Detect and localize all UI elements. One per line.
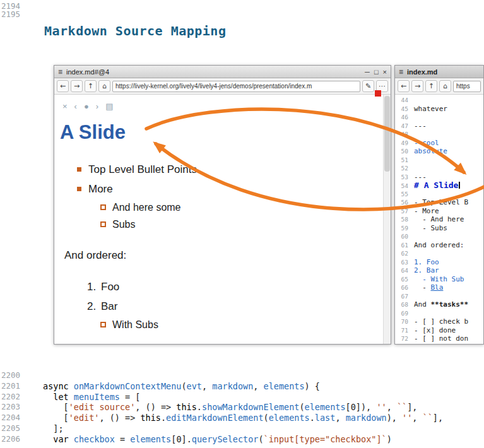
print-icon[interactable]: ▤ xyxy=(105,102,113,111)
source-line[interactable]: 45whatever xyxy=(395,105,483,114)
prev-slide-icon[interactable]: ‹ xyxy=(74,102,77,111)
source-text: And ordered: xyxy=(414,241,464,249)
source-text: And **tasks** xyxy=(414,300,468,309)
source-text: whatever xyxy=(414,105,447,113)
source-line[interactable]: 68And **tasks** xyxy=(395,300,483,309)
code-line[interactable]: 2206 var checkbox = elements[0].querySel… xyxy=(0,434,484,445)
sub-bullet-item: With Subs xyxy=(87,316,377,333)
token: --- xyxy=(414,173,427,181)
rendered-slide: A Slide Top Level Bullet PointsMoreAnd h… xyxy=(54,112,391,333)
source-line[interactable]: 56- Top Level B xyxy=(395,198,483,207)
token: `` xyxy=(423,413,433,423)
maximize-button[interactable]: □ xyxy=(374,68,379,76)
token: this xyxy=(140,413,161,423)
line-number: 53 xyxy=(395,173,408,182)
code-line[interactable]: 2202 let menuItems = [ xyxy=(0,392,484,403)
edit-pencil-button[interactable]: ✎ xyxy=(362,80,374,92)
source-line[interactable]: 631. Foo xyxy=(395,258,483,267)
source-line[interactable]: 58 - And here xyxy=(395,215,483,224)
close-button[interactable]: × xyxy=(383,68,387,76)
source-line[interactable]: 51 xyxy=(395,156,483,165)
back-button[interactable]: ← xyxy=(398,80,410,92)
up-button[interactable]: ↑ xyxy=(85,80,97,92)
source-line[interactable]: 71- [x] done xyxy=(395,326,483,335)
scrollbar[interactable] xyxy=(383,95,391,344)
code-line[interactable]: 2204 ['edit', () => this.editMarkdownEle… xyxy=(0,413,484,423)
source-line[interactable]: 54# A Slide xyxy=(395,181,483,190)
source-line[interactable]: 59 - Subs xyxy=(395,224,483,233)
token: evt xyxy=(187,381,202,391)
source-line[interactable]: 66 - Bla xyxy=(395,283,483,292)
hamburger-icon[interactable]: ≡ xyxy=(58,68,62,76)
code-text: ['edit', () => this.editMarkdownElement(… xyxy=(43,413,443,423)
forward-button[interactable]: → xyxy=(411,80,423,92)
window-title: index.md#@4 xyxy=(66,68,361,76)
ordered-item: 2.Bar xyxy=(87,297,377,316)
source-line[interactable]: 53--- xyxy=(395,173,483,182)
line-number: 2203 xyxy=(0,402,24,413)
token: '' xyxy=(402,413,412,423)
token: --- xyxy=(414,122,427,130)
token: **tasks** xyxy=(431,300,469,309)
home-button[interactable]: ⌂ xyxy=(98,80,110,92)
token: - [ ] not don xyxy=(414,334,468,343)
source-line[interactable]: 69 xyxy=(395,309,483,318)
url-input[interactable] xyxy=(112,81,360,92)
minimize-button[interactable]: ─ xyxy=(365,68,370,76)
source-line[interactable]: 55 xyxy=(395,190,483,199)
window-titlebar: ≡ index.md xyxy=(395,66,483,78)
source-line[interactable]: 642. Bar xyxy=(395,266,483,275)
token: async xyxy=(43,381,69,391)
record-icon[interactable]: ● xyxy=(84,102,89,111)
source-line[interactable]: 44 xyxy=(395,96,483,105)
source-line[interactable]: 60 xyxy=(395,232,483,241)
forward-button[interactable]: → xyxy=(71,80,83,92)
source-line[interactable]: 47--- xyxy=(395,122,483,131)
token: , xyxy=(202,381,212,391)
source-text: - Bla xyxy=(414,283,443,292)
source-line[interactable]: 52 xyxy=(395,164,483,173)
source-line[interactable]: 48 xyxy=(395,130,483,139)
scrollbar-thumb[interactable] xyxy=(384,96,390,172)
source-line[interactable]: 49- cool xyxy=(395,139,483,148)
token: ( xyxy=(181,381,186,391)
source-line[interactable]: 70- [ ] check b xyxy=(395,317,483,326)
source-text: - cool xyxy=(414,139,439,147)
line-number: 64 xyxy=(395,266,408,275)
line-number: 55 xyxy=(395,190,408,199)
token: - xyxy=(414,283,431,292)
code-editor[interactable]: 22002201async onMarkdownContextMenu(evt,… xyxy=(0,370,484,445)
sub-bullet-item: And here some xyxy=(77,199,377,216)
hamburger-icon[interactable]: ≡ xyxy=(399,68,403,76)
code-line[interactable]: 2203 ['edit source', () => this.showMark… xyxy=(0,402,484,413)
url-input[interactable] xyxy=(453,81,481,92)
source-text: - Top Level B xyxy=(414,198,468,206)
source-text: - And here xyxy=(414,215,464,223)
line-number: 65 xyxy=(395,275,408,284)
source-line[interactable]: 62 xyxy=(395,249,483,258)
token: . xyxy=(310,413,315,423)
source-line[interactable]: 65 - With Sub xyxy=(395,275,483,284)
rendered-slide-window: ≡ index.md#@4 ─□× ← → ↑ ⌂ ✎ ⋯ ×‹●›▤ A Sl… xyxy=(54,65,391,345)
source-line[interactable]: 50absolute xyxy=(395,147,483,156)
source-line[interactable]: 61And ordered: xyxy=(395,241,483,250)
source-text: - [ ] not don xyxy=(414,334,468,343)
code-line[interactable]: 2200 xyxy=(0,370,484,381)
back-button[interactable]: ← xyxy=(57,80,69,92)
source-editor[interactable]: 4445whatever4647---4849- cool50absolute5… xyxy=(395,95,483,344)
code-text: async onMarkdownContextMenu(evt, markdow… xyxy=(43,381,320,392)
close-icon[interactable]: × xyxy=(62,102,68,111)
up-button[interactable]: ↑ xyxy=(425,80,437,92)
source-line[interactable]: 57- More xyxy=(395,207,483,216)
token: 1. Foo xyxy=(414,258,439,266)
home-button[interactable]: ⌂ xyxy=(439,80,451,92)
next-slide-icon[interactable]: › xyxy=(96,102,98,111)
token: - And here xyxy=(414,215,464,223)
source-line[interactable]: 72- [ ] not don xyxy=(395,334,483,343)
source-text: # A Slide xyxy=(414,182,460,190)
code-line[interactable]: 2205 ]; xyxy=(0,423,484,434)
record-indicator[interactable] xyxy=(375,90,381,97)
source-line[interactable]: 67 xyxy=(395,292,483,301)
code-line[interactable]: 2201async onMarkdownContextMenu(evt, mar… xyxy=(0,381,484,392)
source-line[interactable]: 46 xyxy=(395,113,483,122)
